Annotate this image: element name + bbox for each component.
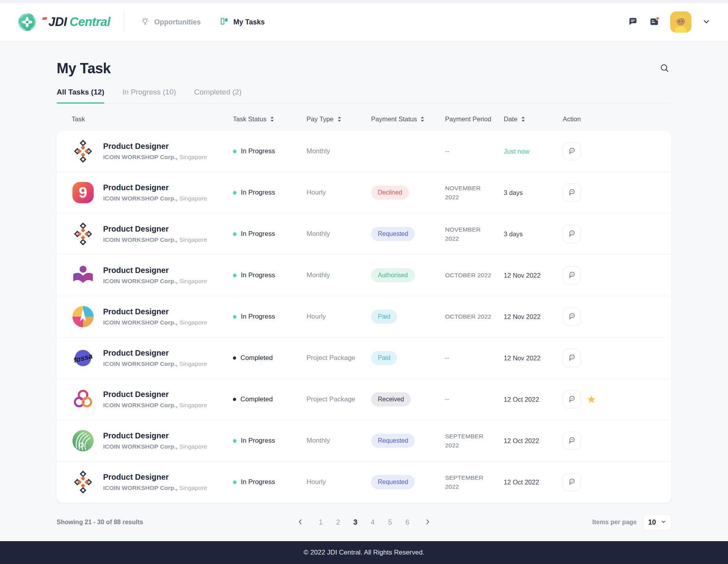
date: 3 days — [504, 189, 563, 197]
nine-gradient-logo: 9 — [72, 181, 94, 204]
page-6[interactable]: 6 — [399, 518, 416, 527]
chat-bubble-icon — [567, 394, 576, 404]
chat-button[interactable] — [563, 308, 581, 326]
pinwheel-logo-icon — [17, 12, 37, 32]
pay-type: Hourly — [307, 478, 371, 486]
task-title[interactable]: Product Designer — [103, 307, 207, 316]
task-status: In Progress — [233, 478, 307, 486]
nav-my-tasks[interactable]: My Tasks — [220, 17, 265, 28]
brand-name-secondary: Central — [70, 15, 110, 29]
column-payment-status[interactable]: Payment Status — [371, 115, 445, 123]
column-payment-period: Payment Period — [445, 115, 504, 123]
table-header: TaskTask StatusPay TypePayment StatusPay… — [57, 104, 671, 131]
payment-period: OCTOBER 2022 — [445, 271, 493, 280]
tab-in-progress-10[interactable]: In Progress (10) — [122, 88, 176, 103]
chat-button[interactable] — [563, 184, 581, 202]
pay-type: Hourly — [307, 189, 371, 197]
chat-button[interactable] — [563, 432, 581, 450]
payment-status-badge: Paid — [371, 351, 397, 365]
task-cell: fossaProduct DesignerICOIN WORKSHOP Corp… — [57, 347, 233, 369]
task-title[interactable]: Product Designer — [103, 473, 207, 482]
chat-button[interactable] — [563, 349, 581, 367]
brand-name: JDICentral — [42, 15, 110, 29]
page-3[interactable]: 3 — [347, 518, 364, 527]
action-cell — [563, 432, 671, 450]
avatar[interactable] — [670, 11, 691, 33]
page-numbers: 123456 — [312, 518, 416, 527]
table-row: Product DesignerICOIN WORKSHOP Corp., Si… — [57, 254, 671, 296]
page-2[interactable]: 2 — [329, 518, 347, 527]
page-title: My Task — [57, 60, 111, 77]
items-per-page-select[interactable]: 10 — [643, 514, 671, 531]
payment-period: SEPTEMBER 2022 — [445, 432, 493, 450]
page-4[interactable]: 4 — [364, 518, 381, 527]
task-title[interactable]: Product Designer — [103, 183, 207, 192]
leaf-swirl-logo — [72, 429, 94, 452]
task-status: In Progress — [233, 271, 307, 279]
payment-status-badge: Received — [371, 392, 411, 406]
tab-all-tasks-12[interactable]: All Tasks (12) — [57, 88, 104, 103]
task-status: In Progress — [233, 437, 307, 445]
chat-button[interactable] — [563, 390, 581, 408]
action-cell: ★ — [563, 390, 671, 408]
profile-menu-button[interactable] — [702, 17, 711, 27]
task-title[interactable]: Product Designer — [103, 224, 207, 234]
nav-divider — [124, 12, 124, 32]
task-company: ICOIN WORKSHOP Corp., Singapore — [103, 443, 207, 450]
page-5[interactable]: 5 — [381, 518, 399, 527]
action-cell — [563, 142, 671, 160]
column-task-status[interactable]: Task Status — [233, 115, 307, 123]
messages-button[interactable] — [628, 16, 638, 28]
task-title[interactable]: Product Designer — [103, 349, 207, 358]
sort-icon — [337, 116, 342, 122]
task-company: ICOIN WORKSHOP Corp., Singapore — [103, 154, 207, 161]
pay-type: Monthly — [307, 230, 371, 238]
chat-button[interactable] — [563, 225, 581, 243]
status-dot-icon — [233, 274, 237, 277]
tab-completed-2[interactable]: Completed (2) — [194, 88, 241, 103]
date: 12 Nov 2022 — [504, 354, 563, 362]
chat-bubble-icon — [567, 353, 576, 363]
status-dot-icon — [233, 439, 237, 443]
action-cell — [563, 225, 671, 243]
date: 12 Oct 2022 — [504, 437, 563, 445]
task-status-label: In Progress — [241, 478, 275, 486]
nav-label: Opportunities — [154, 18, 201, 26]
items-per-page-label: Items per page — [592, 519, 637, 526]
status-dot-icon — [233, 232, 237, 236]
payment-status-badge: Requested — [371, 434, 415, 448]
task-title[interactable]: Product Designer — [103, 390, 207, 399]
column-date[interactable]: Date — [504, 115, 563, 123]
task-title[interactable]: Product Designer — [103, 266, 207, 275]
pager: 123456 — [296, 518, 432, 527]
column-pay-type[interactable]: Pay Type — [307, 115, 371, 123]
person-book-logo — [72, 264, 94, 287]
nav-opportunities[interactable]: Opportunities — [140, 17, 201, 28]
chat-bubble-icon — [567, 229, 576, 239]
action-cell — [563, 473, 671, 491]
prev-page-button[interactable] — [296, 518, 305, 527]
copyright-text: © 2022 JDI Central. All Rights Reserved. — [303, 549, 424, 557]
task-status-label: Completed — [240, 395, 273, 403]
calendar-button[interactable] — [649, 16, 660, 28]
date: 12 Oct 2022 — [504, 479, 563, 486]
pay-type: Hourly — [307, 313, 371, 321]
task-company: ICOIN WORKSHOP Corp., Singapore — [103, 484, 207, 492]
chat-button[interactable] — [563, 473, 581, 491]
task-company: ICOIN WORKSHOP Corp., Singapore — [103, 319, 207, 326]
task-title[interactable]: Product Designer — [103, 142, 207, 151]
chat-button[interactable] — [563, 142, 581, 160]
payment-status: Received — [371, 392, 445, 406]
pay-type: Project Package — [307, 395, 371, 403]
page-1[interactable]: 1 — [312, 518, 329, 527]
brand-logo[interactable]: JDICentral — [17, 12, 110, 32]
search-button[interactable] — [658, 61, 671, 76]
task-status: In Progress — [233, 147, 307, 155]
next-page-button[interactable] — [423, 518, 432, 527]
payment-status: Paid — [371, 310, 445, 324]
task-title[interactable]: Product Designer — [103, 431, 207, 440]
table-row: Product DesignerICOIN WORKSHOP Corp., Si… — [57, 131, 671, 172]
chat-button[interactable] — [563, 266, 581, 284]
task-status-label: In Progress — [241, 271, 275, 279]
items-per-page-value: 10 — [648, 518, 656, 527]
